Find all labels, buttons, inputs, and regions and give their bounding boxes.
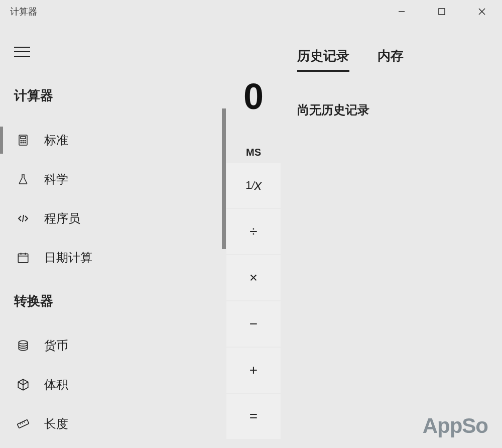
- maximize-button[interactable]: [422, 0, 462, 23]
- flask-icon: [16, 172, 30, 186]
- svg-rect-1: [439, 9, 445, 15]
- add-button[interactable]: +: [226, 348, 281, 393]
- window-title: 计算器: [10, 6, 37, 18]
- reciprocal-button[interactable]: 1/x: [226, 163, 281, 208]
- navigation-sidebar: 计算器 标准 科: [0, 23, 226, 448]
- multiply-button[interactable]: ×: [226, 255, 281, 300]
- nav-item-volume[interactable]: 体积: [0, 365, 226, 404]
- nav-label: 程序员: [44, 210, 80, 227]
- display-value: 0: [226, 76, 281, 117]
- nav-item-programmer[interactable]: 程序员: [0, 199, 226, 238]
- hamburger-menu-button[interactable]: [14, 47, 226, 57]
- sidebar-scrollbar[interactable]: [222, 108, 226, 249]
- nav-label: 体积: [44, 377, 68, 393]
- calculator-section-header: 计算器: [14, 87, 226, 104]
- cube-icon: [16, 378, 30, 392]
- svg-point-10: [23, 142, 24, 143]
- history-empty-message: 尚无历史记录: [297, 102, 502, 118]
- nav-label: 长度: [44, 416, 68, 432]
- close-button[interactable]: [462, 0, 502, 23]
- titlebar: 计算器: [0, 0, 502, 23]
- calculator-column: 0 MS 1/x ÷ × − + =: [226, 23, 281, 448]
- tab-history[interactable]: 历史记录: [297, 47, 349, 72]
- nav-label: 货币: [44, 338, 68, 354]
- window-controls: [382, 0, 502, 23]
- svg-point-23: [19, 341, 27, 344]
- svg-line-27: [24, 421, 25, 422]
- svg-line-12: [23, 215, 24, 222]
- tab-memory[interactable]: 内存: [378, 47, 404, 72]
- svg-point-11: [25, 142, 26, 143]
- converter-section-header: 转换器: [14, 292, 226, 310]
- calculator-icon: [16, 133, 30, 147]
- svg-rect-13: [18, 254, 28, 262]
- svg-rect-5: [21, 137, 26, 139]
- code-icon: [16, 211, 30, 226]
- panel-tabs: 历史记录 内存: [297, 47, 502, 72]
- nav-item-length[interactable]: 长度: [0, 404, 226, 443]
- svg-line-25: [20, 423, 21, 424]
- svg-point-8: [25, 140, 26, 141]
- nav-item-scientific[interactable]: 科学: [0, 160, 226, 199]
- nav-item-about[interactable]: 关于: [0, 443, 226, 448]
- watermark-logo: AppSo: [423, 414, 488, 438]
- nav-label: 科学: [44, 171, 68, 187]
- memory-store-button[interactable]: MS: [226, 143, 281, 162]
- svg-line-26: [22, 422, 23, 423]
- currency-icon: [16, 339, 30, 353]
- minimize-button[interactable]: [382, 0, 422, 23]
- nav-item-date[interactable]: 日期计算: [0, 238, 226, 277]
- svg-rect-24: [17, 419, 29, 428]
- history-panel: 历史记录 内存 尚无历史记录: [281, 23, 502, 448]
- subtract-button[interactable]: −: [226, 301, 281, 347]
- nav-label: 日期计算: [44, 250, 92, 266]
- nav-label: 标准: [44, 132, 68, 148]
- nav-item-standard[interactable]: 标准: [0, 121, 226, 160]
- nav-item-currency[interactable]: 货币: [0, 326, 226, 365]
- svg-point-9: [21, 142, 22, 143]
- svg-point-7: [23, 140, 24, 141]
- calendar-icon: [16, 251, 30, 265]
- svg-point-6: [21, 140, 22, 141]
- equals-button[interactable]: =: [226, 394, 281, 439]
- divide-button[interactable]: ÷: [226, 209, 281, 254]
- ruler-icon: [16, 417, 30, 431]
